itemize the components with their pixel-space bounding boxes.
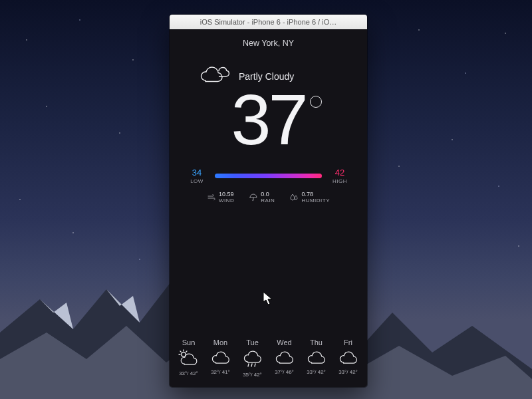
low-label: LOW [186, 178, 208, 184]
wind-icon [207, 193, 216, 202]
temperature-range: 34 LOW 42 HIGH [170, 168, 367, 184]
forecast-day[interactable]: Wed37°/ 46° [271, 338, 299, 378]
forecast-day-name: Tue [239, 338, 267, 346]
forecast-day-name: Sun [175, 338, 203, 346]
forecast-day[interactable]: Tue35°/ 42° [239, 338, 267, 378]
forecast-day[interactable]: Thu33°/ 42° [303, 338, 331, 378]
svg-line-5 [248, 364, 249, 366]
umbrella-icon [249, 193, 258, 202]
simulator-window[interactable]: iOS Simulator - iPhone 6 - iPhone 6 / iO… [170, 15, 367, 387]
metric-wind: 10.59WIND [207, 191, 234, 204]
cloud-icon [303, 349, 331, 365]
humidity-label: HUMIDITY [301, 198, 330, 203]
forecast-day-name: Fri [334, 338, 362, 346]
low-value: 34 [186, 168, 208, 178]
forecast-row[interactable]: Sun33°/ 42°Mon32°/ 41°Tue35°/ 42°Wed37°/… [170, 338, 367, 378]
wind-value: 10.59 [219, 191, 234, 198]
metric-humidity: 0.78HUMIDITY [289, 191, 330, 204]
range-low: 34 LOW [186, 168, 208, 184]
forecast-day[interactable]: Fri33°/ 42° [334, 338, 362, 378]
cloud-icon [271, 349, 299, 365]
degree-icon [310, 96, 322, 108]
rain-label: RAIN [261, 198, 275, 203]
range-high: 42 HIGH [329, 168, 351, 184]
rain-icon [239, 349, 267, 368]
partly-sunny-icon [175, 349, 203, 366]
current-temperature: 37 [170, 84, 367, 156]
svg-line-6 [251, 364, 252, 366]
svg-line-7 [255, 364, 255, 366]
location-label: New York, NY [170, 29, 367, 48]
forecast-day-range: 33°/ 42° [334, 369, 362, 375]
range-gradient-bar [215, 174, 322, 178]
forecast-day-name: Wed [271, 338, 299, 346]
forecast-day-name: Mon [207, 338, 235, 346]
metrics-row: 10.59WIND 0.0RAIN 0.78HUMIDITY [170, 191, 367, 204]
svg-line-4 [186, 351, 186, 352]
rain-value: 0.0 [261, 191, 269, 198]
droplet-icon [289, 193, 299, 202]
forecast-day[interactable]: Mon32°/ 41° [207, 338, 235, 378]
humidity-value: 0.78 [301, 191, 313, 198]
metric-rain: 0.0RAIN [249, 191, 275, 204]
wind-label: WIND [219, 198, 234, 203]
forecast-day-range: 33°/ 42° [175, 370, 203, 376]
forecast-day[interactable]: Sun33°/ 42° [175, 338, 203, 378]
forecast-day-range: 35°/ 42° [239, 372, 267, 378]
forecast-day-range: 33°/ 42° [303, 369, 331, 375]
forecast-day-range: 37°/ 46° [271, 369, 299, 375]
forecast-day-range: 32°/ 41° [207, 369, 235, 375]
cloud-icon [207, 349, 235, 365]
temperature-value: 37 [231, 79, 305, 160]
high-label: HIGH [329, 178, 351, 184]
svg-line-3 [180, 351, 181, 352]
weather-app[interactable]: New York, NY Partly Cloudy 37 34 LOW 42 [170, 29, 367, 387]
window-title: iOS Simulator - iPhone 6 - iPhone 6 / iO… [200, 18, 336, 26]
window-titlebar[interactable]: iOS Simulator - iPhone 6 - iPhone 6 / iO… [170, 15, 367, 30]
cloud-icon [334, 349, 362, 365]
high-value: 42 [329, 168, 351, 178]
forecast-day-name: Thu [303, 338, 331, 346]
